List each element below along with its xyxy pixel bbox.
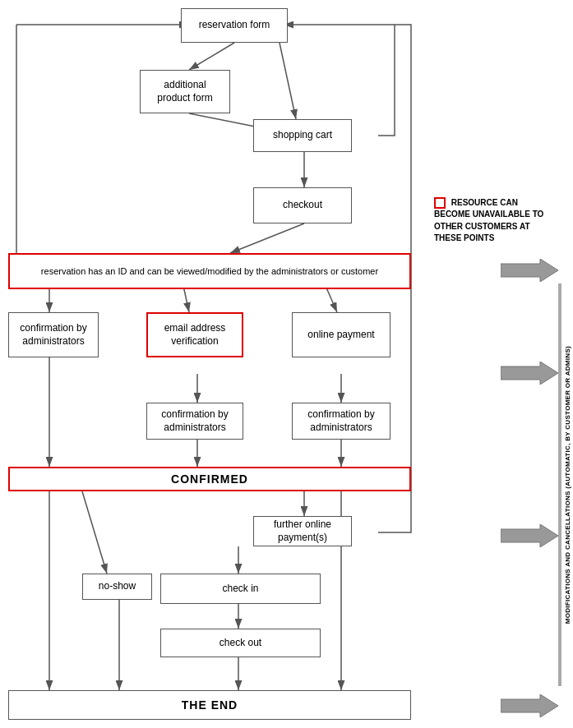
- further-payment-box: further onlinepayment(s): [253, 516, 352, 546]
- gray-arrow-2: [501, 362, 558, 387]
- svg-line-6: [230, 223, 304, 253]
- svg-marker-28: [501, 524, 558, 547]
- gray-arrow-3: [501, 524, 558, 550]
- the-end-box: THE END: [8, 690, 411, 720]
- svg-marker-27: [501, 362, 558, 385]
- side-label-text: MODIFICATIONS AND CANCELLATIONS (AUTOMAT…: [564, 346, 571, 624]
- confirmed-box: CONFIRMED: [8, 467, 411, 491]
- online-payment-box: online payment: [292, 312, 390, 357]
- flow-arrows: [0, 0, 573, 728]
- svg-marker-26: [501, 259, 558, 282]
- side-label: MODIFICATIONS AND CANCELLATIONS (AUTOMAT…: [561, 312, 573, 657]
- reservation-id-box: reservation has an ID and can be viewed/…: [8, 253, 411, 289]
- shopping-cart-box: shopping cart: [253, 119, 352, 152]
- additional-product-box: additionalproduct form: [140, 70, 230, 113]
- svg-line-3: [280, 43, 296, 119]
- legend-red-box: [434, 197, 446, 209]
- svg-line-2: [189, 43, 234, 70]
- confirmation-admin-3-box: confirmation byadministrators: [292, 403, 390, 440]
- confirmation-admin-2-box: confirmation byadministrators: [146, 403, 243, 440]
- no-show-box: no-show: [82, 574, 152, 600]
- svg-line-17: [82, 491, 107, 574]
- check-out-box: check out: [160, 629, 321, 657]
- legend-text: RESOURCE CAN BECOME UNAVAILABLE TO OTHER…: [434, 198, 543, 242]
- svg-marker-29: [501, 694, 558, 717]
- gray-arrow-4: [501, 694, 558, 720]
- legend: RESOURCE CAN BECOME UNAVAILABLE TO OTHER…: [434, 197, 553, 244]
- reservation-form-box: reservation form: [181, 8, 288, 43]
- confirmation-admin-1-box: confirmation byadministrators: [8, 312, 99, 357]
- checkout-box: checkout: [253, 187, 352, 223]
- gray-arrow-1: [501, 259, 558, 284]
- check-in-box: check in: [160, 574, 321, 604]
- email-verification-box: email addressverification: [146, 312, 243, 357]
- diagram-container: reservation form additionalproduct form …: [0, 0, 573, 728]
